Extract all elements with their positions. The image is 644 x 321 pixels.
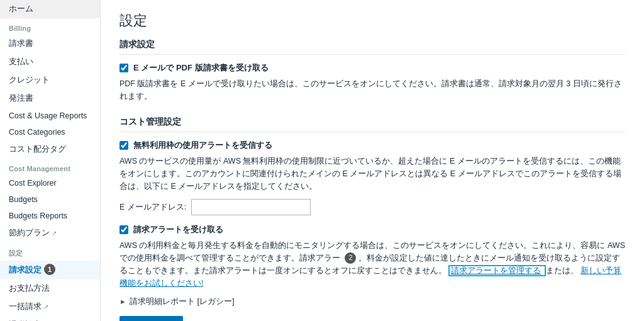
sidebar-item-billing-settings[interactable]: 請求設定 1 xyxy=(0,261,100,279)
sidebar-item-cost-cat[interactable]: Cost Categories xyxy=(0,124,100,140)
sidebar-item-credit[interactable]: クレジット xyxy=(0,71,100,89)
sidebar-item-budgets[interactable]: Budgets xyxy=(0,191,100,208)
billing-section: 請求設定 E メールで PDF 版請求書を受け取る PDF 版請求書を E メー… xyxy=(119,39,625,103)
sidebar-item-cost-explorer[interactable]: Cost Explorer xyxy=(0,175,100,191)
sidebar-item-tax[interactable]: 課税設定 xyxy=(0,316,100,321)
pdf-email-checkbox[interactable] xyxy=(119,64,128,72)
sidebar-item-budgets-reports[interactable]: Budgets Reports xyxy=(0,208,100,224)
sidebar-badge-1: 1 xyxy=(44,264,55,275)
external-link-icon-2: ↗ xyxy=(43,303,48,310)
pdf-email-description: PDF 版請求書を E メールで受け取りたい場合は、このサービスをオンにしてくだ… xyxy=(119,77,625,103)
sidebar-section-billing: Billing xyxy=(0,18,100,35)
billing-alert-checkbox-row: 請求アラートを受け取る xyxy=(119,224,625,235)
link-badge-2: 2 xyxy=(345,252,356,264)
sidebar-item-shiharai[interactable]: 支払い xyxy=(0,53,100,71)
sidebar-item-seikyu[interactable]: 請求書 xyxy=(0,35,100,53)
sidebar-section-cost-mgmt: Cost Management xyxy=(0,159,100,175)
legacy-report-label: 請求明細レポート [レガシー] xyxy=(130,296,235,307)
sidebar-item-cost-usage[interactable]: Cost & Usage Reports xyxy=(0,108,100,124)
email-row: E メールアドレス: xyxy=(119,199,625,215)
cost-section-title: コスト管理設定 xyxy=(119,116,625,132)
pdf-email-checkbox-row: E メールで PDF 版請求書を受け取る xyxy=(119,62,625,74)
legacy-report-row[interactable]: ► 請求明細レポート [レガシー] xyxy=(119,296,625,307)
billing-alert-checkbox[interactable] xyxy=(119,225,128,234)
billing-alert-label: 請求アラートを受け取る xyxy=(133,224,223,235)
sidebar-item-cost-tag[interactable]: コスト配分タグ xyxy=(0,140,100,159)
arrow-icon: ► xyxy=(119,298,126,305)
free-tier-label: 無料利用枠の使用アラートを受信する xyxy=(133,140,272,151)
manage-billing-alert-link-box: 請求アラートを管理する xyxy=(448,265,545,276)
free-tier-checkbox-row: 無料利用枠の使用アラートを受信する xyxy=(119,140,625,151)
save-button[interactable]: 設定の保存 xyxy=(119,316,183,321)
sidebar-item-home-label: ホーム xyxy=(9,4,33,14)
free-tier-checkbox[interactable] xyxy=(119,141,128,150)
manage-billing-alert-link[interactable]: 請求アラートを管理する xyxy=(451,266,541,275)
email-input[interactable] xyxy=(191,199,311,215)
email-label: E メールアドレス: xyxy=(119,202,186,213)
billing-alert-description: AWS の利用料金と毎月発生する料金を自動的にモニタリングする場合は、このサービ… xyxy=(119,239,625,290)
cost-section: コスト管理設定 無料利用枠の使用アラートを受信する AWS のサービスの使用量が… xyxy=(119,116,625,321)
main-content: 設定 請求設定 E メールで PDF 版請求書を受け取る PDF 版請求書を E… xyxy=(101,0,644,321)
sidebar-item-savings[interactable]: 節約プラン ↗ xyxy=(0,224,100,242)
sidebar-section-settings: 設定 xyxy=(0,242,100,261)
sidebar-item-payment[interactable]: お支払方法 xyxy=(0,279,100,298)
sidebar-item-home[interactable]: ホーム xyxy=(0,0,100,18)
sidebar: ホーム Billing 請求書 支払い クレジット 発注書 Cost & Usa… xyxy=(0,0,101,321)
billing-section-title: 請求設定 xyxy=(119,39,625,55)
sidebar-item-consolidated[interactable]: 一括請求 ↗ xyxy=(0,298,100,316)
page-title: 設定 xyxy=(119,11,625,30)
sidebar-item-hacchu[interactable]: 発注書 xyxy=(0,89,100,108)
billing-alert-link2-pre: または、 xyxy=(546,266,579,275)
pdf-email-label: E メールで PDF 版請求書を受け取る xyxy=(133,62,269,74)
free-tier-description: AWS のサービスの使用量が AWS 無料利用枠の使用制限に近づいているか、超え… xyxy=(119,155,625,193)
external-link-icon: ↗ xyxy=(52,230,57,237)
